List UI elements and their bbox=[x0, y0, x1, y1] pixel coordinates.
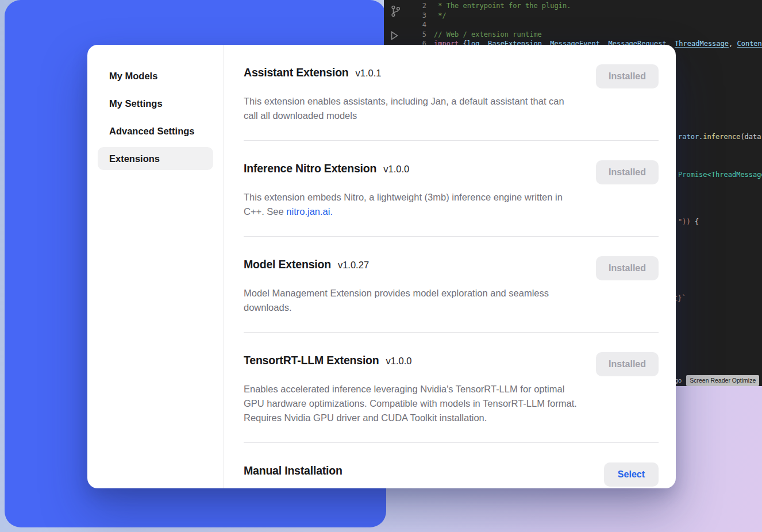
sidebar-item-my-settings[interactable]: My Settings bbox=[98, 92, 213, 115]
sidebar-item-extensions[interactable]: Extensions bbox=[98, 147, 213, 170]
extension-version: v1.0.0 bbox=[383, 164, 409, 175]
settings-card: My Models My Settings Advanced Settings … bbox=[87, 45, 676, 488]
desktop-stage: 2 * The entrypoint for the plugin. 3 */ … bbox=[0, 0, 762, 532]
code-fragment: ")) { bbox=[678, 217, 699, 226]
code-token: ")) bbox=[678, 218, 691, 226]
extension-version: v1.0.0 bbox=[386, 356, 412, 367]
extension-version: v1.0.1 bbox=[356, 68, 382, 79]
extension-title: TensortRT-LLM Extension bbox=[244, 353, 379, 367]
manual-installation-title: Manual Installation bbox=[244, 464, 342, 477]
code-comment: * The entrypoint for the plugin. bbox=[426, 1, 571, 11]
extension-title: Inference Nitro Extension bbox=[244, 161, 376, 175]
code-lines: 2 * The entrypoint for the plugin. 3 */ … bbox=[384, 1, 762, 49]
code-token: { bbox=[691, 218, 699, 226]
extension-title: Assistant Extension bbox=[244, 65, 349, 79]
code-line: 2 * The entrypoint for the plugin. bbox=[384, 1, 762, 11]
extension-section-assistant: Assistant Extension v1.0.1 Installed Thi… bbox=[244, 64, 659, 141]
line-number: 4 bbox=[384, 20, 426, 30]
screen-reader-chip[interactable]: Screen Reader Optimize bbox=[686, 375, 759, 386]
code-fragment: rator.inference(data)); bbox=[678, 132, 762, 141]
extension-description: This extension embeds Nitro, a lightweig… bbox=[244, 190, 577, 219]
nitro-jan-ai-link[interactable]: nitro.jan.ai. bbox=[286, 206, 333, 217]
installed-button[interactable]: Installed bbox=[596, 256, 659, 280]
code-comment: // Web / extension runtime bbox=[426, 30, 542, 40]
code-token: <ThreadMessage> bbox=[707, 171, 762, 179]
manual-installation-section: Manual Installation Select Select an ext… bbox=[244, 443, 659, 488]
code-fragment: Promise<ThreadMessage> bbox=[678, 170, 762, 179]
code-token: rator. bbox=[678, 133, 703, 141]
installed-button[interactable]: Installed bbox=[596, 64, 659, 88]
settings-sidebar: My Models My Settings Advanced Settings … bbox=[87, 45, 224, 488]
import-token: ContentType bbox=[737, 40, 762, 48]
extension-section-nitro: Inference Nitro Extension v1.0.0 Install… bbox=[244, 141, 659, 237]
separator: , bbox=[729, 40, 737, 48]
line-number: 3 bbox=[384, 11, 426, 21]
select-file-button[interactable]: Select bbox=[604, 462, 659, 487]
extension-section-model: Model Extension v1.0.27 Installed Model … bbox=[244, 237, 659, 333]
code-token: (data)); bbox=[740, 133, 762, 141]
installed-button[interactable]: Installed bbox=[596, 160, 659, 184]
line-number: 5 bbox=[384, 30, 426, 40]
code-token: inference bbox=[703, 133, 740, 141]
import-token: ThreadMessage bbox=[675, 40, 729, 48]
code-token: Promise bbox=[678, 171, 707, 179]
code-comment: */ bbox=[426, 11, 447, 21]
code-line: 3 */ bbox=[384, 11, 762, 21]
extensions-list: Assistant Extension v1.0.1 Installed Thi… bbox=[224, 45, 676, 488]
extension-version: v1.0.27 bbox=[338, 260, 369, 271]
extension-description: Enables accelerated inference leveraging… bbox=[244, 382, 577, 425]
extension-description: Model Management Extension provides mode… bbox=[244, 286, 577, 315]
extension-title: Model Extension bbox=[244, 257, 331, 271]
code-line: 5 // Web / extension runtime bbox=[384, 30, 762, 40]
code-line: 4 bbox=[384, 20, 762, 30]
extension-description: This extension enables assistants, inclu… bbox=[244, 94, 577, 123]
sidebar-item-my-models[interactable]: My Models bbox=[98, 64, 213, 87]
code-empty bbox=[426, 20, 434, 30]
installed-button[interactable]: Installed bbox=[596, 352, 659, 376]
extension-section-tensorrt: TensortRT-LLM Extension v1.0.0 Installed… bbox=[244, 333, 659, 443]
sidebar-item-advanced-settings[interactable]: Advanced Settings bbox=[98, 119, 213, 142]
line-number: 2 bbox=[384, 1, 426, 11]
editor-statusbar: go Screen Reader Optimize bbox=[675, 375, 759, 386]
